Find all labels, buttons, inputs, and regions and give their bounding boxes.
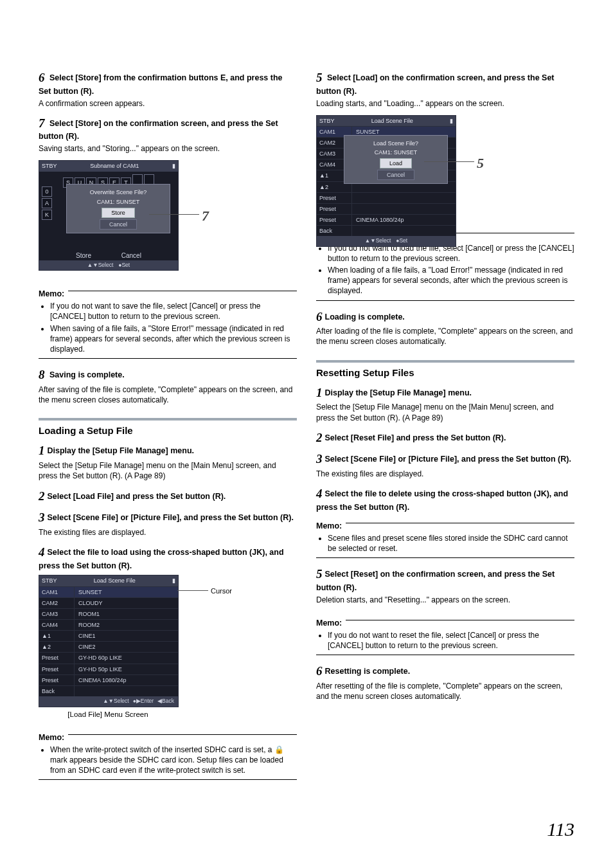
cancel-button: Cancel (100, 219, 137, 230)
step-7-title: 7 Select [Store] on the confirmation scr… (39, 115, 297, 143)
callout-7: 7 (202, 206, 209, 226)
section-resetting: Resetting Setup Files (316, 366, 574, 379)
memo-heading: Memo: (39, 289, 64, 300)
memo-list: If you do not want to save the file, sel… (39, 301, 297, 354)
cursor-label: Cursor (211, 586, 232, 596)
screenshot-subname: STBYSubname of CAM1▮ SUNSET 0 A K Overwr… (39, 160, 179, 271)
step-6-title: 6 Select [Store] from the confirmation b… (39, 69, 297, 97)
page-number: 113 (547, 817, 574, 843)
section-loading: Loading a Setup File (39, 424, 297, 437)
screenshot-loadconfirm: STBYLoad Scene File▮ CAM1SUNSET CAM2CLOU… (316, 115, 456, 247)
screenshot-caption: [Load File] Menu Screen (39, 710, 177, 720)
step-number: 6 (39, 71, 45, 84)
step-number: 7 (39, 116, 45, 130)
store-button: Store (102, 208, 135, 218)
step-8-title: 8 Saving is complete. (39, 366, 297, 383)
step-7-body: Saving starts, and "Storing..." appears … (39, 143, 297, 154)
screenshot-loadfile: STBYLoad Scene File▮ CAM1SUNSET CAM2CLOU… (39, 575, 179, 707)
step-6-body: A confirmation screen appears. (39, 98, 297, 109)
step-8-body: After saving of the file is complete, "C… (39, 384, 297, 405)
cancel-button: Cancel (377, 170, 414, 180)
load-button: Load (380, 158, 412, 168)
callout-5: 5 (477, 154, 484, 173)
step-5-title: 5 Select [Load] on the confirmation scre… (316, 69, 574, 97)
